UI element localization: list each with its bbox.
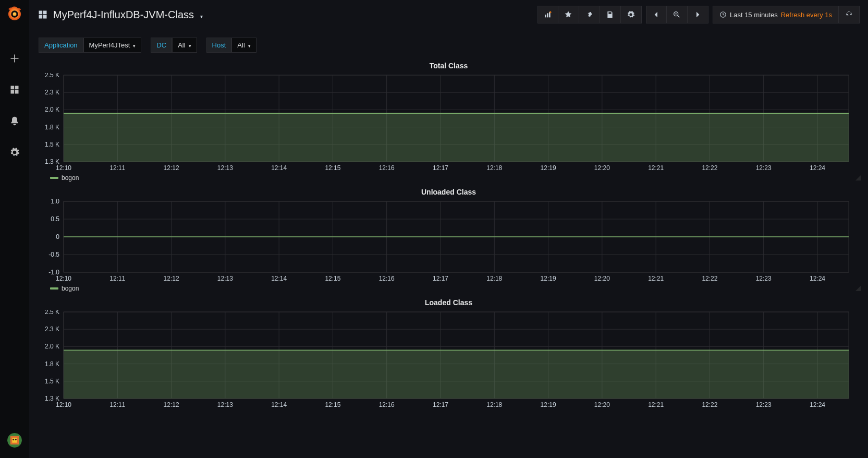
variable-value-host: All: [237, 41, 244, 49]
svg-text:12:16: 12:16: [379, 275, 395, 282]
svg-text:2.3 K: 2.3 K: [45, 326, 59, 333]
svg-text:12:21: 12:21: [648, 164, 664, 172]
svg-text:12:17: 12:17: [433, 401, 448, 408]
dashboard-body: Total Class 1.3 K1.5 K1.8 K2.0 K2.3 K2.5…: [29, 58, 868, 458]
svg-text:2.5 K: 2.5 K: [45, 73, 59, 79]
svg-point-3: [13, 439, 14, 440]
svg-text:12:22: 12:22: [702, 275, 717, 282]
refresh-button[interactable]: [839, 6, 860, 23]
time-back-button[interactable]: [646, 6, 667, 23]
chart-area[interactable]: 1.3 K1.5 K1.8 K2.0 K2.3 K2.5 K12:1012:11…: [35, 310, 862, 409]
dashboard-grid-icon[interactable]: [38, 9, 48, 20]
svg-text:12:19: 12:19: [541, 401, 556, 408]
svg-text:12:17: 12:17: [433, 164, 448, 172]
variable-label-application: Application: [39, 38, 83, 53]
variable-select-host[interactable]: All▾: [231, 38, 256, 53]
svg-text:2.5 K: 2.5 K: [45, 310, 59, 316]
dashboards-icon[interactable]: [9, 85, 20, 95]
timerange-label: Last 15 minutes: [730, 11, 778, 19]
template-variable-row: Application MyPerf4JTest▾ DC All▾ Host A…: [29, 31, 868, 59]
svg-text:0.5: 0.5: [51, 215, 59, 223]
svg-text:12:17: 12:17: [433, 275, 448, 282]
panel-title[interactable]: Loaded Class: [35, 295, 862, 310]
share-button[interactable]: [579, 6, 600, 23]
svg-text:12:18: 12:18: [486, 275, 502, 282]
dashboard-title-text: MyPerf4J-InfluxDB-JVM-Class: [53, 9, 194, 20]
svg-text:12:14: 12:14: [271, 164, 287, 172]
svg-text:12:23: 12:23: [756, 401, 772, 408]
timerange-picker[interactable]: Last 15 minutes Refresh every 1s: [713, 6, 839, 23]
panel-unloaded-class: Unloaded Class -1.0-0.500.51.012:1012:11…: [35, 185, 862, 292]
svg-text:12:20: 12:20: [594, 275, 610, 282]
svg-text:12:18: 12:18: [486, 401, 502, 408]
svg-text:12:12: 12:12: [164, 401, 179, 408]
svg-text:-0.5: -0.5: [48, 251, 59, 258]
svg-text:12:13: 12:13: [217, 401, 233, 408]
variable-select-dc[interactable]: All▾: [172, 38, 197, 53]
variable-select-application[interactable]: MyPerf4JTest▾: [83, 38, 142, 53]
svg-text:1.5 K: 1.5 K: [45, 378, 59, 385]
svg-text:2.0 K: 2.0 K: [45, 343, 59, 350]
svg-text:12:18: 12:18: [486, 164, 502, 172]
chevron-down-icon: ▾: [200, 14, 203, 19]
legend-label[interactable]: bogon: [62, 174, 79, 182]
add-panel-button[interactable]: [537, 6, 558, 23]
legend-swatch-icon: [50, 287, 58, 290]
dashboard-title[interactable]: MyPerf4J-InfluxDB-JVM-Class ▾: [53, 9, 203, 21]
svg-point-4: [15, 439, 17, 440]
panel-legend: bogon: [35, 172, 862, 182]
svg-text:12:19: 12:19: [541, 275, 556, 282]
plus-icon[interactable]: [9, 53, 20, 64]
svg-text:12:11: 12:11: [109, 164, 125, 172]
svg-text:12:10: 12:10: [56, 275, 71, 282]
settings-button[interactable]: [621, 6, 642, 23]
svg-text:12:16: 12:16: [379, 401, 395, 408]
svg-text:12:11: 12:11: [109, 401, 125, 408]
svg-text:12:12: 12:12: [164, 275, 179, 282]
zoom-out-button[interactable]: [667, 6, 688, 23]
resize-handle-icon[interactable]: [855, 175, 861, 180]
svg-text:12:13: 12:13: [217, 164, 233, 172]
panel-legend: bogon: [35, 283, 862, 292]
svg-text:12:14: 12:14: [271, 401, 287, 408]
chart-area[interactable]: -1.0-0.500.51.012:1012:1112:1212:1312:14…: [35, 199, 862, 283]
panel-loaded-class: Loaded Class 1.3 K1.5 K1.8 K2.0 K2.3 K2.…: [35, 295, 862, 409]
chevron-down-icon: ▾: [189, 43, 191, 49]
svg-text:1.5 K: 1.5 K: [45, 141, 59, 148]
svg-text:12:11: 12:11: [109, 275, 125, 282]
svg-text:2.0 K: 2.0 K: [45, 106, 59, 113]
chart-area[interactable]: 1.3 K1.5 K1.8 K2.0 K2.3 K2.5 K12:1012:11…: [35, 73, 862, 172]
panel-title[interactable]: Unloaded Class: [35, 185, 862, 199]
avatar[interactable]: [7, 433, 22, 448]
svg-text:12:22: 12:22: [702, 401, 717, 408]
star-button[interactable]: [558, 6, 579, 23]
svg-text:12:15: 12:15: [325, 164, 340, 172]
resize-handle-icon[interactable]: [855, 286, 861, 291]
svg-text:12:23: 12:23: [756, 164, 772, 172]
chevron-down-icon: ▾: [133, 43, 136, 49]
time-forward-button[interactable]: [688, 6, 708, 23]
svg-text:12:13: 12:13: [217, 275, 233, 282]
refresh-interval-label: Refresh every 1s: [781, 11, 832, 19]
gear-icon[interactable]: [9, 147, 20, 158]
svg-text:0: 0: [56, 233, 59, 240]
svg-text:12:16: 12:16: [379, 164, 395, 172]
svg-text:12:24: 12:24: [810, 401, 825, 408]
svg-text:12:23: 12:23: [756, 275, 772, 282]
panel-total-class: Total Class 1.3 K1.5 K1.8 K2.0 K2.3 K2.5…: [35, 58, 862, 182]
topbar: MyPerf4J-InfluxDB-JVM-Class ▾ Last 15 mi…: [29, 0, 868, 29]
svg-text:12:22: 12:22: [702, 164, 717, 172]
svg-text:12:21: 12:21: [648, 275, 664, 282]
svg-text:12:15: 12:15: [325, 401, 340, 408]
grafana-logo-icon[interactable]: [6, 5, 23, 22]
save-button[interactable]: [600, 6, 621, 23]
panel-title[interactable]: Total Class: [35, 58, 862, 73]
legend-label[interactable]: bogon: [62, 285, 79, 292]
svg-text:12:21: 12:21: [648, 401, 664, 408]
alerting-bell-icon[interactable]: [9, 116, 20, 126]
variable-value-application: MyPerf4JTest: [89, 41, 130, 49]
svg-text:12:14: 12:14: [271, 275, 287, 282]
svg-text:12:20: 12:20: [594, 164, 610, 172]
svg-text:1.8 K: 1.8 K: [45, 360, 59, 368]
svg-text:12:12: 12:12: [164, 164, 179, 172]
